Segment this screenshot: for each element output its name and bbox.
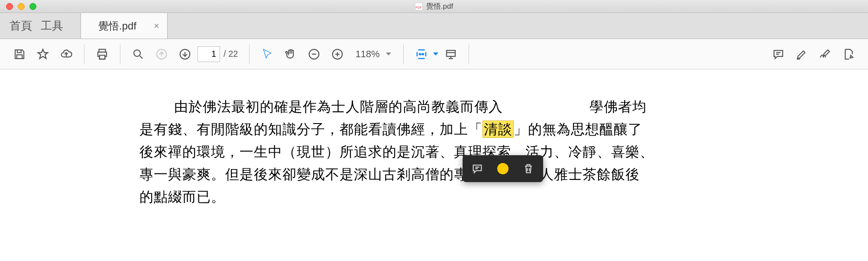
zoom-select[interactable]: 118% (350, 49, 396, 60)
traffic-lights (0, 3, 36, 10)
window-titlebar: PDF 覺悟.pdf (0, 0, 868, 13)
text-line: 是有錢、有閒階級的知識分子，都能看讀佛經，加上「清談」的無為思想醞釀了 (139, 118, 729, 140)
paragraph: 由於佛法最初的確是作為士人階層的高尚教義而傳入學佛者均 (139, 95, 729, 118)
tab-tools[interactable]: 工具 (36, 13, 68, 39)
trash-icon[interactable] (522, 163, 534, 175)
arrow-down-icon (178, 48, 191, 61)
star-button[interactable] (32, 43, 54, 65)
cursor-icon (261, 48, 274, 61)
fit-width-button[interactable] (411, 43, 438, 65)
text-run: 學佛者均 (589, 99, 647, 114)
annotation-popup (463, 155, 543, 182)
text-line: 的點綴而已。 (139, 186, 729, 208)
minus-circle-icon (308, 48, 321, 61)
svg-rect-7 (447, 50, 455, 56)
edit-pdf-button[interactable] (838, 43, 859, 65)
star-icon (36, 48, 49, 61)
text-line: 後來禪的環境，一生中（現世）所追求的是沉著、真理探索、活力、冷靜、喜樂、 (139, 140, 729, 163)
comment-icon (772, 48, 785, 61)
text-run: 由於佛法最初的確是作為士人階層的高尚教義而傳入 (174, 99, 503, 114)
window-minimize-button[interactable] (18, 3, 25, 10)
color-swatch[interactable] (497, 163, 508, 174)
toolbar-separator (120, 44, 120, 64)
screen-icon (444, 48, 457, 61)
chevron-down-icon (386, 52, 391, 55)
signature-icon (819, 48, 832, 61)
page-number-input[interactable] (198, 46, 220, 62)
previous-page-button[interactable] (151, 43, 172, 65)
toolbar-separator (249, 44, 249, 64)
highlight-button[interactable] (791, 43, 813, 65)
toolbar: / 22 118% (0, 39, 868, 69)
comment-button[interactable] (768, 43, 789, 65)
window-maximize-button[interactable] (29, 3, 36, 10)
close-icon[interactable]: × (154, 20, 159, 32)
fit-width-icon (415, 48, 428, 61)
note-icon[interactable] (471, 163, 483, 175)
toolbar-separator (84, 44, 84, 64)
tab-home[interactable]: 首頁 (0, 13, 36, 39)
tab-active-document[interactable]: 覺悟.pdf × (81, 13, 168, 39)
text-run: 是有錢、有閒階級的知識分子，都能看讀佛經，加上「 (139, 121, 483, 137)
tab-bar: 首頁 工具 覺悟.pdf × (0, 13, 868, 39)
pdf-file-icon: PDF (415, 3, 423, 10)
arrow-up-icon (155, 48, 168, 61)
window-title: 覺悟.pdf (426, 1, 453, 11)
chevron-down-icon (433, 52, 438, 55)
window-close-button[interactable] (6, 3, 13, 10)
plus-circle-icon (331, 48, 344, 61)
read-mode-button[interactable] (440, 43, 462, 65)
svg-point-2 (134, 50, 140, 56)
zoom-out-button[interactable] (303, 43, 325, 65)
sign-button[interactable] (814, 43, 836, 65)
next-page-button[interactable] (174, 43, 196, 65)
toolbar-separator (469, 44, 469, 64)
edit-document-icon (842, 48, 855, 61)
hand-icon (284, 48, 297, 61)
zoom-value: 118% (355, 49, 379, 60)
text-run: 」的無為思想醞釀了 (514, 121, 642, 137)
search-icon (132, 48, 145, 61)
cloud-upload-icon (60, 48, 73, 61)
text-line: 專一與豪爽。但是後來卻變成不是深山古剎高僧的專利，便是文人雅士茶餘飯後 (139, 163, 729, 186)
highlighted-text[interactable]: 清談 (483, 121, 514, 138)
print-button[interactable] (91, 43, 113, 65)
tab-label: 覺悟.pdf (98, 19, 136, 33)
hand-tool-button[interactable] (280, 43, 301, 65)
find-button[interactable] (127, 43, 149, 65)
cloud-upload-button[interactable] (55, 43, 77, 65)
save-icon (13, 48, 26, 61)
selection-tool-button[interactable] (256, 43, 278, 65)
titlebar-title-group: PDF 覺悟.pdf (415, 1, 453, 11)
page-content: 由於佛法最初的確是作為士人階層的高尚教義而傳入學佛者均 是有錢、有閒階級的知識分… (139, 95, 729, 208)
highlighter-icon (795, 48, 808, 61)
print-icon (96, 48, 109, 61)
zoom-in-button[interactable] (327, 43, 348, 65)
svg-rect-1 (100, 55, 105, 59)
page-total-label: / 22 (223, 49, 238, 59)
toolbar-separator (403, 44, 404, 64)
document-viewport[interactable]: 由於佛法最初的確是作為士人階層的高尚教義而傳入學佛者均 是有錢、有閒階級的知識分… (0, 69, 868, 208)
save-button[interactable] (9, 43, 30, 65)
